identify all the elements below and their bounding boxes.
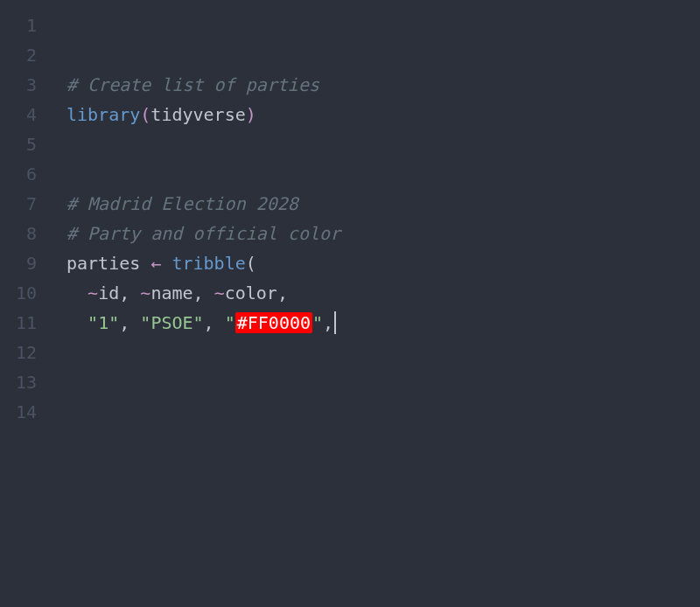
code-line-12[interactable] — [66, 338, 700, 367]
col-name: id — [98, 283, 119, 304]
paren-close: ) — [246, 104, 256, 125]
line-number: 12 — [0, 338, 52, 367]
text-cursor — [334, 311, 336, 334]
code-line-4[interactable]: library(tidyverse) — [66, 100, 700, 129]
comment: # Party and official color — [66, 223, 340, 244]
code-line-10[interactable]: ~id, ~name, ~color, — [66, 278, 700, 308]
quote: " — [108, 312, 119, 333]
tilde: ~ — [88, 283, 98, 304]
paren-open: ( — [246, 253, 256, 274]
indent — [66, 312, 88, 333]
indent — [66, 283, 88, 304]
paren-open: ( — [140, 104, 150, 125]
quote: " — [193, 312, 204, 333]
code-line-3[interactable]: # Create list of parties — [66, 70, 700, 100]
variable-name: parties — [66, 253, 140, 274]
line-number: 14 — [0, 397, 52, 427]
line-number: 10 — [0, 278, 52, 308]
function-name: library — [66, 104, 140, 125]
tilde: ~ — [214, 283, 225, 304]
line-number: 2 — [0, 40, 52, 70]
code-line-11[interactable]: "1", "PSOE", "#FF0000", — [66, 308, 700, 338]
tilde: ~ — [140, 283, 150, 304]
code-line-6[interactable] — [66, 159, 700, 189]
code-line-5[interactable] — [66, 129, 700, 159]
function-name: tribble — [172, 253, 245, 274]
comma: , — [193, 283, 214, 304]
comma: , — [277, 283, 288, 304]
line-number-gutter: 1 2 3 4 5 6 7 8 9 10 11 12 13 14 — [0, 0, 52, 607]
col-name: name — [150, 283, 192, 304]
argument: tidyverse — [150, 104, 245, 125]
code-line-8[interactable]: # Party and official color — [66, 219, 700, 248]
comment: # Create list of parties — [66, 74, 319, 95]
comma: , — [323, 312, 333, 333]
line-number: 1 — [0, 10, 52, 40]
quote: " — [88, 312, 98, 333]
line-number: 5 — [0, 129, 52, 159]
comma: , — [119, 312, 140, 333]
comment: # Madrid Election 2028 — [66, 193, 298, 214]
line-number: 3 — [0, 70, 52, 100]
code-line-9[interactable]: parties ← tribble( — [66, 248, 700, 278]
line-number: 4 — [0, 100, 52, 129]
comma: , — [204, 312, 225, 333]
color-value-highlight: #FF0000 — [235, 312, 312, 333]
string-value: 1 — [98, 312, 108, 333]
quote: " — [312, 312, 323, 333]
col-name: color — [225, 283, 277, 304]
code-editor[interactable]: 1 2 3 4 5 6 7 8 9 10 11 12 13 14 # Creat… — [0, 0, 700, 607]
line-number: 9 — [0, 248, 52, 278]
line-number: 6 — [0, 159, 52, 189]
code-line-7[interactable]: # Madrid Election 2028 — [66, 189, 700, 219]
code-area[interactable]: # Create list of parties library(tidyver… — [52, 0, 700, 607]
line-number: 11 — [0, 308, 52, 338]
string-value: PSOE — [150, 312, 192, 333]
code-line-2[interactable] — [66, 40, 700, 70]
quote: " — [225, 312, 235, 333]
line-number: 13 — [0, 367, 52, 397]
assign-operator: ← — [140, 253, 172, 274]
code-line-13[interactable] — [66, 367, 700, 397]
line-number: 7 — [0, 189, 52, 219]
code-line-1[interactable] — [66, 10, 700, 40]
quote: " — [140, 312, 150, 333]
comma: , — [119, 283, 140, 304]
line-number: 8 — [0, 219, 52, 248]
code-line-14[interactable] — [66, 397, 700, 427]
